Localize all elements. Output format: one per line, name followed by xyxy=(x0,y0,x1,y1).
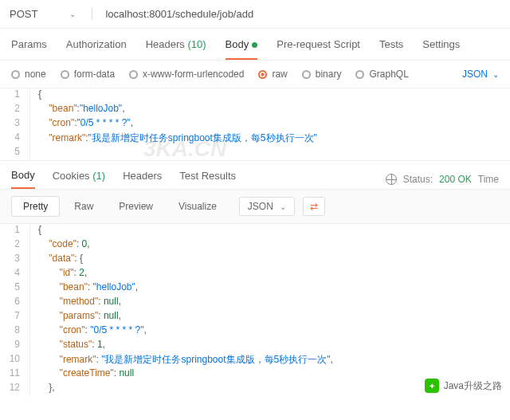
radio-graphql-label: GraphQL xyxy=(369,69,408,80)
radio-raw[interactable]: raw xyxy=(258,69,287,80)
line-number: 2 xyxy=(0,238,30,253)
preview-button[interactable]: Preview xyxy=(108,197,164,216)
globe-icon[interactable] xyxy=(386,174,397,185)
line-number: 1 xyxy=(0,88,30,103)
code-text: : xyxy=(92,339,97,350)
status-time-label: Time xyxy=(478,174,499,185)
wrap-lines-button[interactable]: ⇄ xyxy=(303,197,325,216)
code-text: , xyxy=(119,310,121,321)
chevron-down-icon: ⌄ xyxy=(492,70,499,79)
raw-button[interactable]: Raw xyxy=(63,197,104,216)
code-text: "data" xyxy=(49,253,74,264)
cookies-count: (1) xyxy=(92,170,105,182)
code-text: null xyxy=(119,367,134,379)
request-bar: POST ⌄ localhost:8001/schedule/job/add xyxy=(0,0,510,29)
tab-tests[interactable]: Tests xyxy=(379,38,403,60)
code-text: "remark" xyxy=(49,132,85,143)
response-tabs: Body Cookies (1) Headers Test Results St… xyxy=(0,160,510,189)
request-editor[interactable]: 1{ 2 "bean":"helloJob", 3 "cron":"0/5 * … xyxy=(0,88,510,160)
code-text: "我是新增定时任务springboot集成版，每5秒执行一次" xyxy=(101,354,330,365)
tab-headers[interactable]: Headers (10) xyxy=(146,38,206,60)
radio-icon xyxy=(355,70,364,79)
radio-formdata-label: form-data xyxy=(74,69,115,80)
code-text: : xyxy=(98,310,104,321)
code-text: "params" xyxy=(60,310,99,321)
code-text: "bean" xyxy=(49,103,76,114)
tab-headers-label: Headers xyxy=(146,38,185,50)
code-text: }, xyxy=(49,382,54,393)
line-number: 1 xyxy=(0,224,30,238)
body-type-row: none form-data x-www-form-urlencoded raw… xyxy=(0,61,510,88)
tab-params[interactable]: Params xyxy=(11,38,47,60)
response-format-select[interactable]: JSON⌄ xyxy=(239,197,295,216)
http-method-select[interactable]: POST ⌄ xyxy=(10,8,92,20)
code-text: , xyxy=(87,238,89,249)
code-text: "id" xyxy=(60,267,74,278)
line-number: 4 xyxy=(0,131,30,146)
response-editor[interactable]: 1{ 2 "code": 0, 3 "data": { 4 "id": 2, 5… xyxy=(0,224,510,396)
footer-attribution: ✦ Java升级之路 xyxy=(425,379,502,393)
tab-prerequest[interactable]: Pre-request Script xyxy=(277,38,360,60)
code-text: "0/5 * * * * ?" xyxy=(77,117,131,128)
line-number: 3 xyxy=(0,117,30,131)
code-text: 2 xyxy=(79,267,84,278)
radio-urlencoded[interactable]: x-www-form-urlencoded xyxy=(129,69,244,80)
radio-formdata[interactable]: form-data xyxy=(61,69,115,80)
code-text: null xyxy=(104,310,119,321)
code-text: : xyxy=(76,238,82,249)
radio-binary-label: binary xyxy=(316,69,342,80)
radio-binary[interactable]: binary xyxy=(302,69,342,80)
method-label: POST xyxy=(10,8,37,20)
headers-count: (10) xyxy=(187,38,206,50)
code-text: , xyxy=(131,117,133,128)
chevron-down-icon: ⌄ xyxy=(69,10,76,18)
footer-text: Java升级之路 xyxy=(444,379,502,393)
line-number: 6 xyxy=(0,296,30,310)
response-toolbar: Pretty Raw Preview Visualize JSON⌄ ⇄ xyxy=(0,189,510,224)
resp-tab-headers[interactable]: Headers xyxy=(123,170,162,188)
line-number: 7 xyxy=(0,310,30,324)
code-text: "cron" xyxy=(49,117,74,128)
radio-raw-label: raw xyxy=(272,69,287,80)
line-number: 9 xyxy=(0,339,30,353)
code-text: : { xyxy=(74,253,83,264)
tab-settings[interactable]: Settings xyxy=(422,38,460,60)
radio-graphql[interactable]: GraphQL xyxy=(355,69,408,80)
code-text: , xyxy=(330,354,332,365)
pretty-button[interactable]: Pretty xyxy=(11,196,60,217)
line-number: 10 xyxy=(0,353,30,367)
response-status: Status: 200 OK Time xyxy=(386,174,499,185)
line-number: 11 xyxy=(0,367,30,382)
radio-icon xyxy=(61,70,69,79)
request-tabs: Params Authorization Headers (10) Body P… xyxy=(0,29,510,61)
radio-icon xyxy=(302,70,311,79)
wechat-icon: ✦ xyxy=(425,379,439,393)
code-text: "0/5 * * * * ?" xyxy=(90,324,143,336)
code-text: , xyxy=(135,281,138,292)
url-input[interactable]: localhost:8001/schedule/job/add xyxy=(92,8,253,20)
resp-tab-cookies[interactable]: Cookies (1) xyxy=(53,170,105,188)
code-text: { xyxy=(38,224,41,235)
format-label: JSON xyxy=(248,201,273,212)
code-text: : xyxy=(98,296,104,307)
line-number: 3 xyxy=(0,253,30,267)
radio-none[interactable]: none xyxy=(11,69,46,80)
code-text: "helloJob" xyxy=(93,281,135,292)
code-text: "helloJob" xyxy=(80,103,122,114)
radio-none-label: none xyxy=(25,69,46,80)
line-number: 5 xyxy=(0,146,30,160)
modified-dot-icon xyxy=(252,42,257,48)
code-text: , xyxy=(122,103,124,114)
code-text: , xyxy=(119,296,121,307)
tab-authorization[interactable]: Authorization xyxy=(66,38,127,60)
body-format-select[interactable]: JSON⌄ xyxy=(462,69,499,80)
radio-urlencoded-label: x-www-form-urlencoded xyxy=(143,69,244,80)
code-text: 1 xyxy=(97,339,103,350)
status-label: Status: xyxy=(403,174,433,185)
resp-tab-results[interactable]: Test Results xyxy=(179,170,236,188)
tab-body[interactable]: Body xyxy=(226,38,258,60)
radio-icon xyxy=(258,70,267,79)
resp-tab-body[interactable]: Body xyxy=(11,169,35,189)
code-text: "status" xyxy=(60,339,92,350)
visualize-button[interactable]: Visualize xyxy=(167,197,228,216)
